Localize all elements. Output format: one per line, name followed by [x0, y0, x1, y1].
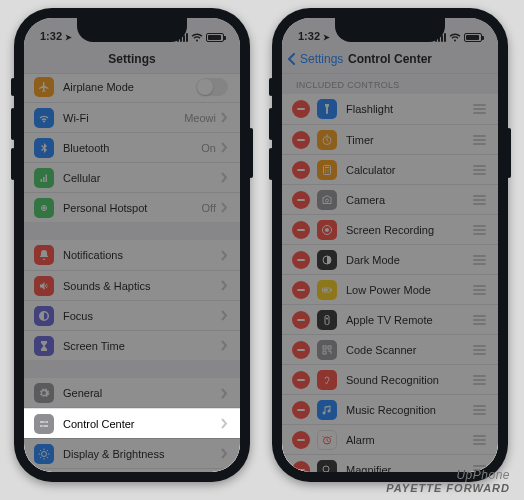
row-label: Camera: [346, 194, 467, 206]
back-button[interactable]: Settings: [286, 44, 343, 73]
slider-icon: [34, 414, 54, 434]
row-label: Dark Mode: [346, 254, 467, 266]
row-label: Screen Recording: [346, 224, 467, 236]
svg-point-7: [326, 199, 329, 202]
control-row[interactable]: Screen Recording: [282, 214, 498, 244]
row-label: Timer: [346, 134, 467, 146]
remove-button[interactable]: [292, 191, 310, 209]
reorder-handle[interactable]: [473, 405, 486, 415]
control-row[interactable]: Calculator: [282, 154, 498, 184]
settings-row[interactable]: Control Center: [24, 408, 240, 438]
settings-row[interactable]: Notifications: [24, 240, 240, 270]
settings-row[interactable]: Bluetooth On: [24, 132, 240, 162]
reorder-handle[interactable]: [473, 255, 486, 265]
bluetooth-icon: [34, 138, 54, 158]
remove-button[interactable]: [292, 371, 310, 389]
remove-button[interactable]: [292, 401, 310, 419]
settings-row[interactable]: Cellular: [24, 162, 240, 192]
remove-button[interactable]: [292, 221, 310, 239]
row-label: Notifications: [63, 249, 216, 261]
reorder-handle[interactable]: [473, 315, 486, 325]
settings-row[interactable]: Screen Time: [24, 330, 240, 360]
remove-button[interactable]: [292, 161, 310, 179]
bell-icon: [34, 245, 54, 265]
remove-button[interactable]: [292, 431, 310, 449]
row-label: Cellular: [63, 172, 216, 184]
reorder-handle[interactable]: [473, 225, 486, 235]
control-row[interactable]: Code Scanner: [282, 334, 498, 364]
control-row[interactable]: Camera: [282, 184, 498, 214]
row-label: Control Center: [63, 418, 216, 430]
remove-button[interactable]: [292, 461, 310, 473]
remove-button[interactable]: [292, 341, 310, 359]
control-row[interactable]: Low Power Mode: [282, 274, 498, 304]
settings-row[interactable]: Display & Brightness: [24, 438, 240, 468]
focus-icon: [34, 306, 54, 326]
reorder-handle[interactable]: [473, 135, 486, 145]
control-row[interactable]: Sound Recognition: [282, 364, 498, 394]
svg-rect-14: [325, 315, 329, 324]
row-label: Bluetooth: [63, 142, 201, 154]
magnifier-icon: [317, 460, 337, 473]
reorder-handle[interactable]: [473, 375, 486, 385]
chevron-right-icon: [220, 172, 228, 183]
record-icon: [317, 220, 337, 240]
settings-row[interactable]: Wi-Fi Meowi: [24, 102, 240, 132]
battery-icon: [206, 33, 224, 42]
svg-point-9: [325, 228, 329, 232]
svg-rect-6: [324, 165, 331, 174]
hotspot-icon: [34, 198, 54, 218]
reorder-handle[interactable]: [473, 435, 486, 445]
control-row[interactable]: Apple TV Remote: [282, 304, 498, 334]
svg-rect-18: [323, 351, 326, 354]
qr-icon: [317, 340, 337, 360]
reorder-handle[interactable]: [473, 285, 486, 295]
svg-rect-12: [331, 289, 332, 291]
remove-button[interactable]: [292, 281, 310, 299]
reorder-handle[interactable]: [473, 195, 486, 205]
wifi-status-icon: [191, 33, 203, 42]
reorder-handle[interactable]: [473, 345, 486, 355]
svg-rect-17: [328, 346, 331, 349]
row-value: Meowi: [184, 112, 216, 124]
row-label: Personal Hotspot: [63, 202, 202, 214]
settings-group: Airplane Mode Wi-Fi Meowi Bluetooth On C…: [24, 74, 240, 222]
row-label: Focus: [63, 310, 216, 322]
reorder-handle[interactable]: [473, 104, 486, 114]
speaker-icon: [34, 276, 54, 296]
chevron-right-icon: [220, 310, 228, 321]
row-label: Alarm: [346, 434, 467, 446]
remove-button[interactable]: [292, 251, 310, 269]
row-value: Off: [202, 202, 216, 214]
remove-button[interactable]: [292, 311, 310, 329]
included-controls-group: Flashlight Timer Calculator Camera Scree…: [282, 94, 498, 472]
settings-row[interactable]: Focus: [24, 300, 240, 330]
settings-row[interactable]: Airplane Mode: [24, 74, 240, 102]
chevron-right-icon: [220, 142, 228, 153]
row-label: Display & Brightness: [63, 448, 216, 460]
control-row[interactable]: Alarm: [282, 424, 498, 454]
row-label: Airplane Mode: [63, 81, 196, 93]
chevron-right-icon: [220, 340, 228, 351]
control-row[interactable]: Dark Mode: [282, 244, 498, 274]
control-row[interactable]: Music Recognition: [282, 394, 498, 424]
settings-row[interactable]: Sounds & Haptics: [24, 270, 240, 300]
settings-row[interactable]: Personal Hotspot Off: [24, 192, 240, 222]
control-row[interactable]: Timer: [282, 124, 498, 154]
settings-row[interactable]: General: [24, 378, 240, 408]
music-icon: [317, 400, 337, 420]
remove-button[interactable]: [292, 100, 310, 118]
row-label: Screen Time: [63, 340, 216, 352]
remove-button[interactable]: [292, 131, 310, 149]
settings-row[interactable]: Home Screen: [24, 468, 240, 472]
toggle[interactable]: [196, 78, 228, 96]
phone-settings: 1:32 ➤ Settings Airplane Mode Wi-Fi Meow…: [14, 8, 250, 482]
brightness-icon: [34, 444, 54, 464]
section-header: INCLUDED CONTROLS: [282, 74, 498, 94]
control-row[interactable]: Flashlight: [282, 94, 498, 124]
row-label: Sounds & Haptics: [63, 280, 216, 292]
timer-icon: [317, 130, 337, 150]
phone-control-center: 1:32 ➤ Settings Control Center INCLUDED …: [272, 8, 508, 482]
calculator-icon: [317, 160, 337, 180]
reorder-handle[interactable]: [473, 165, 486, 175]
